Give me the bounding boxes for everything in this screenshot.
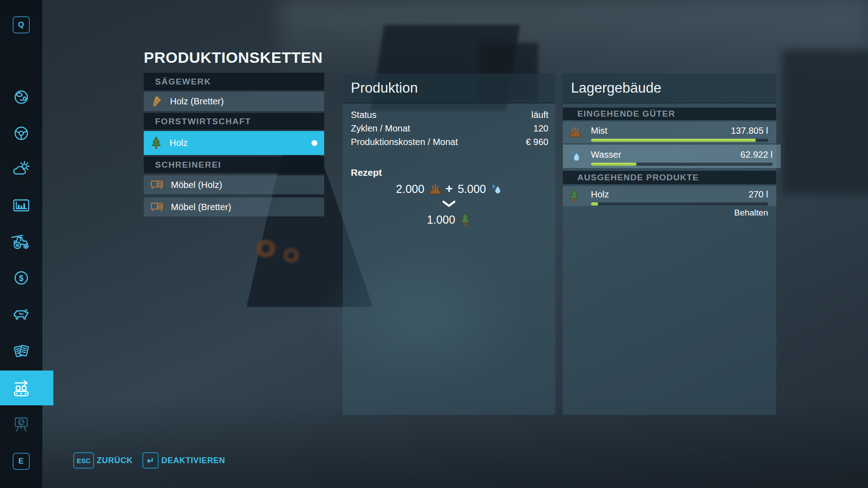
section-header-forstwirtschaft: FORSTWIRTSCHAFT xyxy=(144,113,324,130)
list-item-label: Holz (Bretter) xyxy=(170,96,224,107)
finances-icon: $ xyxy=(11,268,31,288)
key-q-label: Q xyxy=(13,16,30,33)
cow-icon xyxy=(11,304,31,324)
list-item-moebel-bretter[interactable]: Möbel (Bretter) xyxy=(144,197,324,216)
storage-row-wasser[interactable]: Wasser 62.922 l xyxy=(563,145,781,168)
scene-object xyxy=(283,248,300,263)
water-icon xyxy=(568,150,581,163)
stat-label: Status xyxy=(351,110,377,120)
steering-wheel-icon xyxy=(11,123,31,143)
storage-row-mist[interactable]: Mist 137.805 l xyxy=(563,122,776,143)
sidebar-item-vehicles[interactable] xyxy=(0,123,42,143)
enter-key-badge[interactable]: ↵ xyxy=(142,452,159,469)
section-header-label: SCHREINEREI xyxy=(155,160,221,170)
storage-good-amount: 62.922 l xyxy=(741,150,773,160)
sidebar-item-finances[interactable]: $ xyxy=(0,268,42,288)
statistics-icon xyxy=(11,196,31,216)
sidebar: Q xyxy=(0,0,42,488)
sidebar-item-presentation[interactable] xyxy=(0,415,42,435)
sidebar-item-animals[interactable] xyxy=(0,304,42,324)
scene-machine xyxy=(782,50,868,194)
outgoing-products-header: AUSGEHENDE PRODUKTE xyxy=(563,171,776,184)
storage-panel: Lagergebäude EINGEHENDE GÜTER Mist 137.8… xyxy=(563,74,776,415)
recipe-output-amount: 1.000 xyxy=(427,213,455,226)
furniture-icon xyxy=(151,202,163,212)
scene-sky xyxy=(280,0,868,86)
list-item-label: Möbel (Bretter) xyxy=(171,202,231,212)
manure-icon xyxy=(429,183,441,195)
production-chains-list: SÄGEWERK Holz (Bretter) FORSTWIRTSCHAFT … xyxy=(144,73,324,217)
furniture-icon xyxy=(151,179,163,190)
fill-level-value xyxy=(591,163,637,166)
stat-row-cycles: Zyklen / Monat 120 xyxy=(351,122,548,135)
recipe-input-amount: 5.000 xyxy=(458,183,486,196)
enter-key-icon: ↵ xyxy=(147,455,154,466)
weather-icon xyxy=(11,160,31,179)
section-header-label: FORSTWIRTSCHAFT xyxy=(155,117,251,127)
storage-good-amount: 270 l xyxy=(749,189,768,200)
esc-key-badge[interactable]: ESC xyxy=(73,452,94,469)
plus-sign: + xyxy=(446,182,453,196)
section-header-schreinerei: SCHREINEREI xyxy=(144,156,324,173)
recipe-output: 1.000 xyxy=(343,213,555,226)
storage-good-amount: 137.805 l xyxy=(731,126,768,136)
recipe-input-amount: 2.000 xyxy=(396,183,425,196)
storage-good-label: Mist xyxy=(591,126,608,136)
sidebar-item-map[interactable] xyxy=(0,87,42,107)
tractor-icon xyxy=(11,232,31,252)
presentation-board-icon xyxy=(11,415,31,435)
storage-row-holz[interactable]: Holz 270 l xyxy=(563,186,776,206)
sidebar-item-statistics[interactable] xyxy=(0,196,42,216)
tree-icon xyxy=(459,213,471,226)
list-item-holz-bretter[interactable]: Holz (Bretter) xyxy=(144,92,324,111)
stat-value: 120 xyxy=(533,123,548,134)
esc-key-label: ESC xyxy=(77,457,91,465)
fill-level-bar xyxy=(591,139,768,142)
stat-value: € 960 xyxy=(526,137,548,147)
chevron-down-icon xyxy=(441,200,457,208)
storage-good-label: Holz xyxy=(591,189,609,200)
stat-row-status: Status läuft xyxy=(351,108,548,121)
production-panel: Produktion Status läuft Zyklen / Monat 1… xyxy=(343,74,555,415)
list-item-holz-selected[interactable]: Holz xyxy=(144,131,324,155)
section-header-label: SÄGEWERK xyxy=(155,77,211,87)
tree-icon xyxy=(568,189,580,202)
fill-level-bar xyxy=(591,163,773,166)
globe-icon xyxy=(11,87,31,107)
sidebar-item-prices[interactable] xyxy=(0,342,42,361)
active-production-dot xyxy=(311,140,317,146)
fill-level-bar xyxy=(591,202,768,206)
section-header-saegewerk: SÄGEWERK xyxy=(144,73,324,90)
recipe-inputs: 2.000 + 5.000 xyxy=(343,182,555,196)
scene-object xyxy=(255,239,276,258)
hotkey-e-badge: E xyxy=(0,452,42,471)
list-item-label: Möbel (Holz) xyxy=(171,180,222,190)
key-e-label: E xyxy=(13,453,30,470)
section-header-label: AUSGEHENDE PRODUKTE xyxy=(577,173,699,183)
recipe-arrow xyxy=(343,200,555,208)
production-chains-icon xyxy=(11,378,32,399)
production-panel-title: Produktion xyxy=(343,74,555,103)
sidebar-item-production-chains[interactable] xyxy=(0,371,53,405)
page-title: PRODUKTIONSKETTEN xyxy=(144,49,323,66)
back-button[interactable]: ZURÜCK xyxy=(97,452,133,469)
deactivate-button[interactable]: DEAKTIVIEREN xyxy=(161,452,225,469)
stat-row-costs: Produktionskosten / Monat € 960 xyxy=(351,136,548,148)
distribution-mode-label[interactable]: Behalten xyxy=(734,208,768,218)
price-lists-icon xyxy=(11,342,31,361)
recipe-heading: Rezept xyxy=(351,167,382,178)
tree-icon xyxy=(151,136,162,150)
stat-label: Zyklen / Monat xyxy=(351,123,410,134)
storage-panel-title: Lagergebäude xyxy=(563,74,776,103)
sidebar-item-garage[interactable] xyxy=(0,232,42,252)
stat-value: läuft xyxy=(531,110,548,120)
incoming-goods-header: EINGEHENDE GÜTER xyxy=(563,108,776,120)
fill-level-value xyxy=(591,202,598,206)
list-item-moebel-holz[interactable]: Möbel (Holz) xyxy=(144,175,324,194)
manure-icon xyxy=(568,126,581,138)
hotkey-q-badge: Q xyxy=(0,15,42,34)
section-header-label: EINGEHENDE GÜTER xyxy=(577,109,675,119)
water-icon xyxy=(490,183,502,196)
sidebar-item-weather[interactable] xyxy=(0,160,42,179)
list-item-label: Holz xyxy=(170,138,188,148)
